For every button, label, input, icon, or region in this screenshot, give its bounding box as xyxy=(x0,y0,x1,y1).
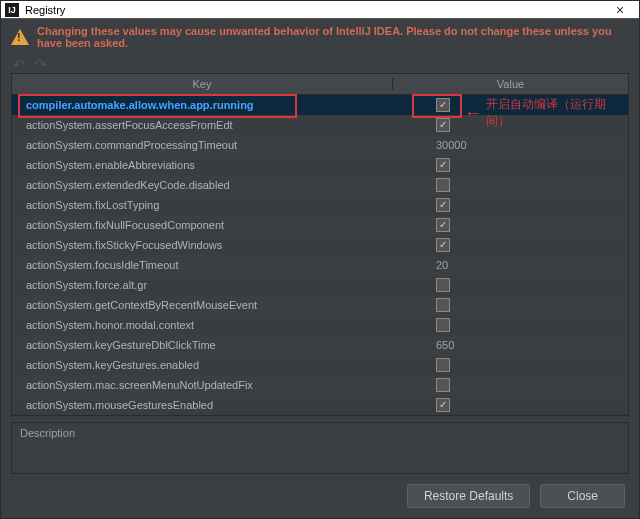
checkbox[interactable] xyxy=(436,278,450,292)
table-row[interactable]: actionSystem.force.alt.gr xyxy=(12,275,628,295)
table-row[interactable]: actionSystem.fixStickyFocusedWindows xyxy=(12,235,628,255)
checkbox[interactable] xyxy=(436,198,450,212)
button-bar: Restore Defaults Close xyxy=(1,474,639,518)
registry-key: actionSystem.enableAbbreviations xyxy=(12,159,406,171)
table-row[interactable]: actionSystem.commandProcessingTimeout300… xyxy=(12,135,628,155)
table-row[interactable]: actionSystem.assertFocusAccessFromEdt xyxy=(12,115,628,135)
registry-dialog: IJ Registry × Changing these values may … xyxy=(0,0,640,519)
registry-key: actionSystem.assertFocusAccessFromEdt xyxy=(12,119,406,131)
checkbox[interactable] xyxy=(436,318,450,332)
header-key[interactable]: Key xyxy=(12,78,393,90)
checkbox[interactable] xyxy=(436,238,450,252)
registry-value[interactable] xyxy=(406,218,628,232)
checkbox[interactable] xyxy=(436,378,450,392)
registry-value[interactable] xyxy=(406,118,628,132)
table-row[interactable]: actionSystem.fixNullFocusedComponent xyxy=(12,215,628,235)
registry-value[interactable] xyxy=(406,198,628,212)
registry-value[interactable]: 30000 xyxy=(406,139,628,151)
registry-value[interactable] xyxy=(406,398,628,412)
registry-key: actionSystem.fixStickyFocusedWindows xyxy=(12,239,406,251)
registry-key: actionSystem.commandProcessingTimeout xyxy=(12,139,406,151)
checkbox[interactable] xyxy=(436,358,450,372)
registry-value[interactable]: 650 xyxy=(406,339,628,351)
registry-key: actionSystem.honor.modal.context xyxy=(12,319,406,331)
checkbox[interactable] xyxy=(436,98,450,112)
registry-value[interactable] xyxy=(406,278,628,292)
table-row[interactable]: actionSystem.focusIdleTimeout20 xyxy=(12,255,628,275)
checkbox[interactable] xyxy=(436,158,450,172)
table-row[interactable]: actionSystem.mac.screenMenuNotUpdatedFix xyxy=(12,375,628,395)
description-label: Description xyxy=(20,427,75,439)
undo-icon[interactable]: ↶ xyxy=(11,56,27,72)
registry-value[interactable] xyxy=(406,98,628,112)
table-row[interactable]: actionSystem.keyGestureDblClickTime650 xyxy=(12,335,628,355)
registry-key: actionSystem.fixLostTyping xyxy=(12,199,406,211)
table-row[interactable]: actionSystem.mouseGesturesEnabled xyxy=(12,395,628,415)
registry-table: Key Value compiler.automake.allow.when.a… xyxy=(11,73,629,416)
checkbox[interactable] xyxy=(436,178,450,192)
registry-value[interactable] xyxy=(406,378,628,392)
close-icon[interactable]: × xyxy=(605,2,635,18)
table-row[interactable]: actionSystem.keyGestures.enabled xyxy=(12,355,628,375)
registry-value[interactable] xyxy=(406,238,628,252)
redo-icon[interactable]: ↷ xyxy=(33,56,49,72)
app-icon: IJ xyxy=(5,3,19,17)
checkbox[interactable] xyxy=(436,218,450,232)
checkbox[interactable] xyxy=(436,118,450,132)
warning-text: Changing these values may cause unwanted… xyxy=(37,25,629,49)
registry-key: actionSystem.fixNullFocusedComponent xyxy=(12,219,406,231)
registry-value[interactable] xyxy=(406,178,628,192)
registry-key: actionSystem.focusIdleTimeout xyxy=(12,259,406,271)
registry-key: actionSystem.mouseGesturesEnabled xyxy=(12,399,406,411)
registry-key: actionSystem.keyGestures.enabled xyxy=(12,359,406,371)
table-row[interactable]: actionSystem.fixLostTyping xyxy=(12,195,628,215)
registry-key: actionSystem.extendedKeyCode.disabled xyxy=(12,179,406,191)
close-button[interactable]: Close xyxy=(540,484,625,508)
toolbar: ↶ ↷ xyxy=(1,55,639,72)
registry-value[interactable]: 20 xyxy=(406,259,628,271)
table-row[interactable]: actionSystem.enableAbbreviations xyxy=(12,155,628,175)
registry-key: actionSystem.force.alt.gr xyxy=(12,279,406,291)
table-header: Key Value xyxy=(12,74,628,95)
registry-value[interactable] xyxy=(406,318,628,332)
registry-value[interactable] xyxy=(406,358,628,372)
warning-banner: Changing these values may cause unwanted… xyxy=(1,19,639,55)
window-title: Registry xyxy=(25,4,605,16)
registry-key: actionSystem.keyGestureDblClickTime xyxy=(12,339,406,351)
table-row[interactable]: actionSystem.extendedKeyCode.disabled xyxy=(12,175,628,195)
checkbox[interactable] xyxy=(436,298,450,312)
registry-key: actionSystem.mac.screenMenuNotUpdatedFix xyxy=(12,379,406,391)
description-panel: Description xyxy=(11,422,629,474)
registry-key: actionSystem.getContextByRecentMouseEven… xyxy=(12,299,406,311)
table-body[interactable]: compiler.automake.allow.when.app.running… xyxy=(12,95,628,415)
table-row[interactable]: actionSystem.honor.modal.context xyxy=(12,315,628,335)
header-value[interactable]: Value xyxy=(393,78,628,90)
registry-value[interactable] xyxy=(406,298,628,312)
checkbox[interactable] xyxy=(436,398,450,412)
table-row[interactable]: actionSystem.getContextByRecentMouseEven… xyxy=(12,295,628,315)
restore-defaults-button[interactable]: Restore Defaults xyxy=(407,484,530,508)
warning-icon xyxy=(11,29,29,45)
registry-value[interactable] xyxy=(406,158,628,172)
table-row[interactable]: compiler.automake.allow.when.app.running xyxy=(12,95,628,115)
registry-key: compiler.automake.allow.when.app.running xyxy=(12,99,406,111)
titlebar: IJ Registry × xyxy=(1,1,639,19)
